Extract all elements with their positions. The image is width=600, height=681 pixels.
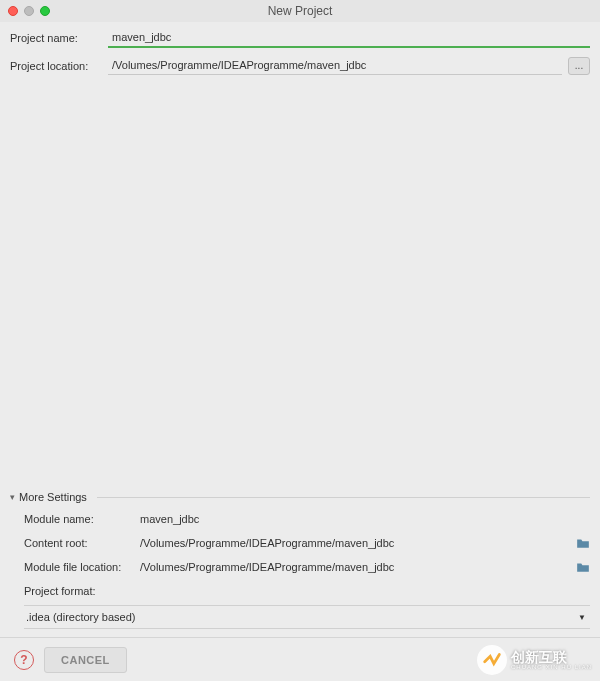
- project-format-select[interactable]: .idea (directory based) ▼: [24, 605, 590, 629]
- more-settings-toggle[interactable]: ▾ More Settings: [10, 491, 590, 503]
- more-settings-section: ▾ More Settings Module name: maven_jdbc …: [10, 491, 590, 629]
- module-name-label: Module name:: [24, 513, 132, 525]
- watermark-subtitle: CHUANG XIN HU LIAN: [511, 664, 592, 670]
- module-file-location-label: Module file location:: [24, 561, 132, 573]
- project-name-label: Project name:: [10, 32, 102, 44]
- help-button[interactable]: ?: [14, 650, 34, 670]
- folder-icon[interactable]: [576, 537, 590, 549]
- project-form: Project name: Project location: ...: [0, 22, 600, 75]
- watermark-logo-icon: [477, 645, 507, 675]
- module-name-input[interactable]: maven_jdbc: [138, 510, 590, 528]
- chevron-down-icon: ▾: [10, 492, 15, 502]
- divider: [97, 497, 590, 498]
- content-root-label: Content root:: [24, 537, 132, 549]
- watermark-title: 创新互联: [511, 650, 592, 664]
- project-name-input[interactable]: [108, 28, 590, 46]
- more-settings-title: More Settings: [19, 491, 87, 503]
- project-location-label: Project location:: [10, 60, 102, 72]
- chevron-down-icon: ▼: [578, 613, 590, 622]
- window-title: New Project: [0, 4, 600, 18]
- cancel-button[interactable]: CANCEL: [44, 647, 127, 673]
- folder-icon[interactable]: [576, 561, 590, 573]
- browse-location-button[interactable]: ...: [568, 57, 590, 75]
- watermark: 创新互联 CHUANG XIN HU LIAN: [477, 645, 592, 675]
- project-format-label: Project format:: [24, 585, 132, 597]
- module-file-location-input[interactable]: /Volumes/Programme/IDEAProgramme/maven_j…: [138, 558, 570, 576]
- titlebar: New Project: [0, 0, 600, 22]
- project-format-value: .idea (directory based): [24, 608, 572, 626]
- project-location-input[interactable]: [108, 56, 562, 74]
- content-root-input[interactable]: /Volumes/Programme/IDEAProgramme/maven_j…: [138, 534, 570, 552]
